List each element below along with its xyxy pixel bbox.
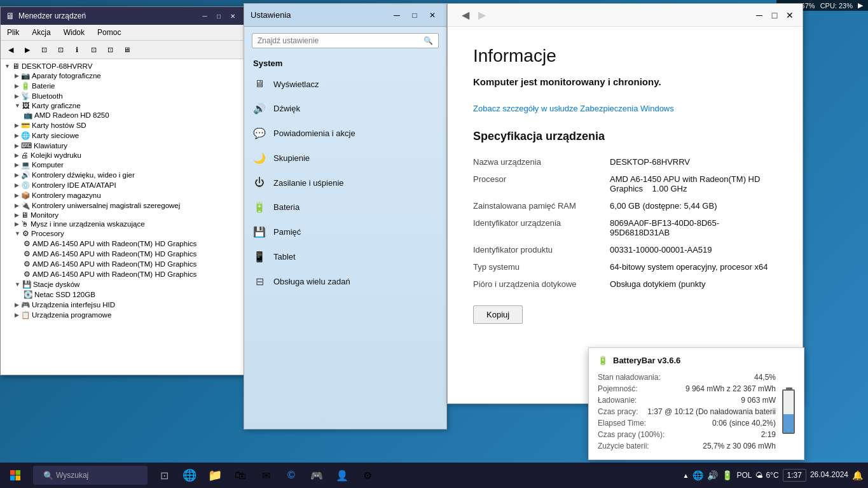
security-link[interactable]: Zobacz szczegóły w usłudze Zabezpieczeni… [473,104,674,113]
spec-value-devid: 8069AA0F-BF13-40D0-8D65-95D6818D31AB [610,214,777,241]
menu-akcja[interactable]: Akcja [25,26,57,39]
tree-bluetooth[interactable]: ▶📡 Bluetooth [3,91,242,101]
spec-row-devid: Identyfikator urządzenia 8069AA0F-BF13-4… [473,214,777,241]
info-minimize[interactable]: ─ [752,8,767,23]
tree-radeon[interactable]: 📺 AMD Radeon HD 8250 [3,110,242,120]
taskbar-task-view[interactable]: ⊡ [153,464,176,487]
tree-cpu1[interactable]: ⚙ AMD A6-1450 APU with Radeon(TM) HD Gra… [3,239,242,249]
settings-maximize[interactable]: □ [407,8,422,23]
spec-row-device: Nazwa urządzenia DESKTOP-68HVRRV [473,153,777,171]
tray-up-arrow[interactable]: ▲ [683,472,689,479]
battery-value-czas100: 2:19 [761,430,776,439]
spec-title: Specyfikacja urządzenia [473,130,777,143]
toolbar-forward[interactable]: ▶ [20,43,35,57]
info-maximize[interactable]: □ [767,8,782,23]
toolbar-btn5[interactable]: ⊡ [102,43,118,57]
taskbar-search[interactable]: 🔍 Wyszukaj [33,466,148,485]
nav-zasilanie[interactable]: ⏻ Zasilanie i uśpienie [244,171,446,195]
battery-label-czas: Czas pracy: [598,407,638,416]
taskbar-ccleaner[interactable]: © [280,464,303,487]
tree-root[interactable]: ▼ 🖥 DESKTOP-68HVRRV [3,62,242,71]
tree-stacje[interactable]: ▼💾 Stacje dysków [3,279,242,289]
tree-netac[interactable]: 💽 Netac SSD 120GB [3,289,242,300]
taskbar-gaming[interactable]: 🎮 [305,464,328,487]
settings-minimize[interactable]: ─ [389,8,404,23]
tree-kontrolery-magazynu[interactable]: ▶📦 Kontrolery magazynu [3,190,242,200]
nav-bateria[interactable]: 🔋 Bateria [244,195,446,220]
battery-row-ladowanie: Ładowanie: 9 063 mW [598,394,776,406]
tree-aparaty[interactable]: ▶📷 Aparaty fotograficzne [3,71,242,81]
copy-button[interactable]: Kopiuj [473,305,523,324]
tree-karty-graficzne[interactable]: ▼🖼 Karty graficzne [3,101,242,110]
tree-mysz[interactable]: ▶🖱 Mysz i inne urządzenia wskazujące [3,220,242,228]
tree-klawiatury[interactable]: ▶⌨ Klawiatury [3,141,242,151]
taskbar-edge[interactable]: 🌐 [178,464,201,487]
start-button[interactable] [0,463,31,488]
minimize-button[interactable]: ─ [198,10,211,22]
menu-pomoc[interactable]: Pomoc [91,26,127,39]
cpu-indicator: CPU: 23% [820,2,853,10]
notification-icon[interactable]: 🔔 [852,470,863,480]
taskbar-clock[interactable]: 1:37 [783,469,806,482]
taskbar-weather[interactable]: 🌤 6°C [755,471,778,480]
settings-close[interactable]: ✕ [425,8,440,23]
toolbar-btn3[interactable]: ℹ [69,43,85,57]
tree-programowe[interactable]: ▶📋 Urządzenia programowe [3,310,242,320]
tree-monitory[interactable]: ▶🖥 Monitory [3,211,242,220]
info-titlebar: ◀ ▶ ─ □ ✕ [448,4,803,27]
tree-procesory[interactable]: ▼⚙ Procesory [3,228,242,239]
tree-karty-hosty[interactable]: ▶💳 Karty hostów SD [3,120,242,130]
settings-search-box[interactable]: 🔍 [252,33,439,48]
tray-speaker[interactable]: 🔊 [707,470,718,480]
tree-kontrolery-ide[interactable]: ▶💿 Kontrolery IDE ATA/ATAPI [3,180,242,190]
tree-karty-sieciowe[interactable]: ▶🌐 Karty sieciowe [3,130,242,141]
taskbar-mail[interactable]: ✉ [254,464,277,487]
nav-wyswietlacz-label: Wyświetlacz [273,80,319,89]
battery-label-state: Stan naładowania: [598,373,661,382]
nav-dzwiek[interactable]: 🔊 Dźwięk [244,96,446,121]
nav-multitasking-label: Obsługa wielu zadań [273,277,350,286]
close-button[interactable]: ✕ [226,10,239,22]
tree-komputer[interactable]: ▶💻 Komputer [3,160,242,170]
nav-powiadomienia[interactable]: 💬 Powiadomienia i akcje [244,121,446,146]
memory-icon: 💾 [253,226,266,238]
battery-value-ladowanie: 9 063 mW [741,396,776,405]
tree-kolejki[interactable]: ▶🖨 Kolejki wydruku [3,151,242,160]
tray-battery[interactable]: 🔋 [722,470,733,480]
toolbar-btn1[interactable]: ⊡ [36,43,52,57]
tree-baterie[interactable]: ▶🔋 Baterie [3,81,242,91]
settings-search-input[interactable] [258,36,424,45]
menu-plik[interactable]: Plik [1,26,25,39]
toolbar-btn4[interactable]: ⊡ [86,43,101,57]
nav-wyswietlacz[interactable]: 🖥 Wyświetlacz [244,72,446,96]
taskbar-unknown[interactable]: 👤 [331,464,354,487]
tree-cpu3[interactable]: ⚙ AMD A6-1450 APU with Radeon(TM) HD Gra… [3,259,242,269]
nav-multitasking[interactable]: ⊟ Obsługa wielu zadań [244,269,446,294]
menu-widok[interactable]: Widok [57,26,91,39]
device-manager-icon: 🖥 [6,11,15,21]
taskbar-explorer[interactable]: 📁 [203,464,226,487]
toolbar-back[interactable]: ◀ [3,43,18,57]
tray-network[interactable]: 🌐 [692,470,703,480]
nav-skupienie[interactable]: 🌙 Skupienie [244,146,446,171]
nav-pamiec[interactable]: 💾 Pamięć [244,220,446,244]
svg-rect-3 [16,476,21,481]
maximize-button[interactable]: □ [212,10,225,22]
device-manager-tree: ▼ 🖥 DESKTOP-68HVRRV ▶📷 Aparaty fotografi… [1,59,244,375]
spec-value-systype: 64-bitowy system operacyjny, procesor x6… [610,258,777,275]
nav-tablet[interactable]: 📱 Tablet [244,244,446,269]
info-back[interactable]: ◀ [458,8,473,23]
tree-hid[interactable]: ▶🎮 Urządzenia interfejsu HID [3,300,242,310]
info-forward[interactable]: ▶ [474,8,490,23]
tree-kontrolery-dzwiek[interactable]: ▶🔊 Kontrolery dźwięku, wideo i gier [3,170,242,180]
toolbar-btn6[interactable]: 🖥 [119,43,134,57]
tree-kontrolery-usb[interactable]: ▶🔌 Kontrolery uniwersalnej magistrali sz… [3,200,242,211]
taskbar-settings[interactable]: ⚙ [356,464,379,487]
info-close[interactable]: ✕ [782,8,797,23]
tree-cpu2[interactable]: ⚙ AMD A6-1450 APU with Radeon(TM) HD Gra… [3,249,242,259]
taskbar-language[interactable]: POL [736,471,752,480]
battery-row-czas: Czas pracy: 1:37 @ 10:12 (Do naładowania… [598,406,776,417]
tree-cpu4[interactable]: ⚙ AMD A6-1450 APU with Radeon(TM) HD Gra… [3,269,242,279]
taskbar-store[interactable]: 🛍 [229,464,252,487]
toolbar-btn2[interactable]: ⊡ [53,43,68,57]
